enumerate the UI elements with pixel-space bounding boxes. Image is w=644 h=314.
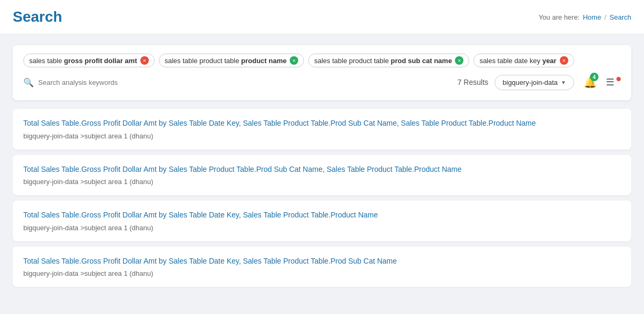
search-tag: sales table gross profit dollar amt ×: [23, 54, 155, 67]
tags-row: sales table gross profit dollar amt ×sal…: [23, 54, 621, 67]
tag-text: sales table date key year: [479, 57, 556, 65]
tag-text: sales table product table prod sub cat n…: [314, 57, 452, 65]
results-list: Total Sales Table.Gross Profit Dollar Am…: [13, 109, 631, 287]
search-input[interactable]: [38, 78, 453, 86]
search-tag: sales table product table product name ×: [159, 54, 305, 67]
result-card[interactable]: Total Sales Table.Gross Profit Dollar Am…: [13, 109, 631, 150]
notification-button[interactable]: 🔔 4: [580, 73, 600, 92]
breadcrumb-home[interactable]: Home: [583, 13, 601, 21]
result-title: Total Sales Table.Gross Profit Dollar Am…: [23, 210, 621, 221]
breadcrumb-separator: /: [604, 13, 606, 21]
page-title: Search: [13, 8, 62, 25]
filter-active-dot: [616, 77, 621, 81]
result-card[interactable]: Total Sales Table.Gross Profit Dollar Am…: [13, 155, 631, 196]
search-bottom-row: 🔍 7 Results bigquery-join-data ▼ 🔔 4 ☰: [23, 73, 621, 92]
tag-text: sales table gross profit dollar amt: [29, 57, 137, 65]
result-subtitle: bigquery-join-data >subject area 1 (dhan…: [23, 178, 621, 186]
breadcrumb-current: Search: [610, 13, 631, 21]
chevron-down-icon: ▼: [561, 80, 566, 85]
main-content: sales table gross profit dollar amt ×sal…: [0, 34, 644, 298]
tag-close-button[interactable]: ×: [290, 56, 298, 65]
tag-text: sales table product table product name: [165, 57, 287, 65]
filter-icon: ☰: [606, 76, 614, 88]
result-card[interactable]: Total Sales Table.Gross Profit Dollar Am…: [13, 200, 631, 241]
tag-close-button[interactable]: ×: [560, 56, 568, 65]
result-subtitle: bigquery-join-data >subject area 1 (dhan…: [23, 132, 621, 140]
tag-close-button[interactable]: ×: [140, 56, 149, 65]
results-count: 7 Results: [458, 78, 488, 86]
search-tag: sales table product table prod sub cat n…: [308, 54, 469, 67]
result-card[interactable]: Total Sales Table.Gross Profit Dollar Am…: [13, 247, 631, 287]
dataset-dropdown[interactable]: bigquery-join-data ▼: [495, 75, 574, 90]
result-subtitle: bigquery-join-data >subject area 1 (dhan…: [23, 269, 621, 277]
notification-badge: 4: [590, 73, 598, 81]
breadcrumb: You are here: Home / Search: [539, 13, 631, 21]
filter-button[interactable]: ☰: [606, 76, 621, 88]
dataset-label: bigquery-join-data: [503, 78, 558, 86]
result-title: Total Sales Table.Gross Profit Dollar Am…: [23, 164, 621, 175]
search-box: sales table gross profit dollar amt ×sal…: [13, 45, 631, 100]
page-header: Search You are here: Home / Search: [0, 0, 644, 34]
search-controls: 7 Results bigquery-join-data ▼ 🔔 4 ☰: [458, 73, 621, 92]
search-tag: sales table date key year ×: [473, 54, 574, 67]
result-subtitle: bigquery-join-data >subject area 1 (dhan…: [23, 224, 621, 232]
search-icon: 🔍: [23, 77, 34, 88]
result-title: Total Sales Table.Gross Profit Dollar Am…: [23, 118, 621, 129]
result-title: Total Sales Table.Gross Profit Dollar Am…: [23, 256, 621, 267]
tag-close-button[interactable]: ×: [455, 56, 463, 65]
breadcrumb-prefix: You are here:: [539, 13, 580, 21]
